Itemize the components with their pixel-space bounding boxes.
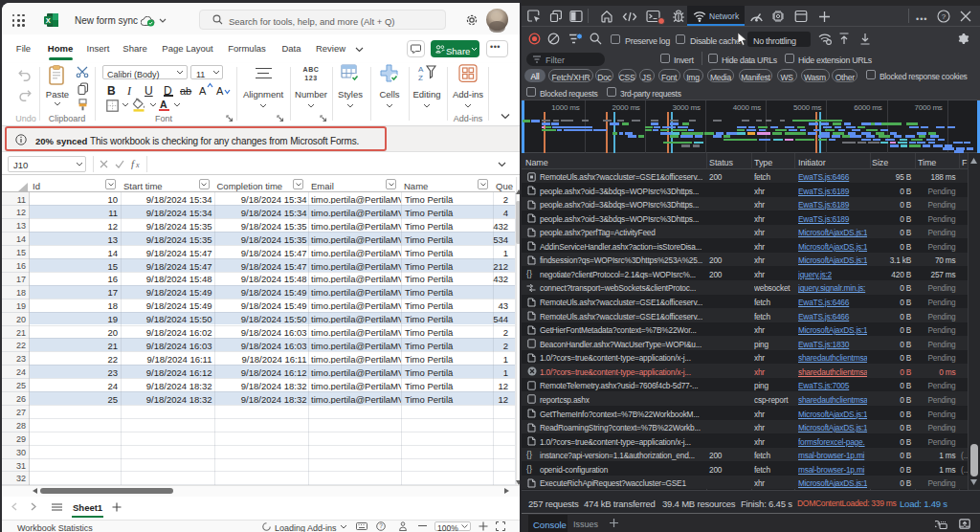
svg-text:A: A xyxy=(418,65,424,74)
svg-text:X: X xyxy=(46,16,51,25)
svg-text:?: ? xyxy=(942,12,947,21)
svg-text:?: ? xyxy=(379,522,383,529)
svg-text:Z: Z xyxy=(418,74,423,82)
